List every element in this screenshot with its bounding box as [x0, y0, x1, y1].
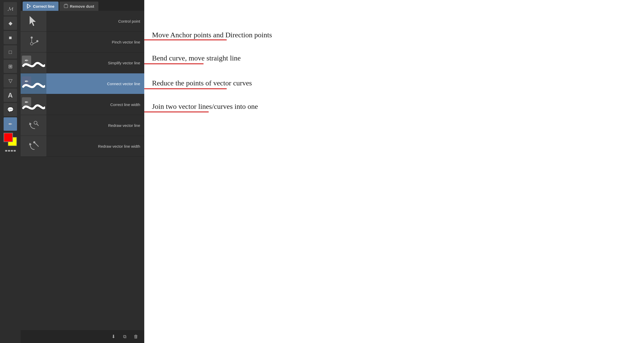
redraw-icon [27, 119, 40, 132]
butterfly-icon: 𝓜 [8, 6, 13, 12]
letter-a-icon: A [8, 91, 13, 99]
grid-icon: ⊞ [8, 63, 13, 69]
svg-marker-5 [30, 16, 36, 26]
color-swatches [4, 133, 17, 146]
tab-remove-dust-label: Remove dust [70, 4, 94, 8]
tool-label-control-point: Control point [46, 19, 144, 23]
dash-seg-4 [14, 150, 16, 152]
tool-label-connect-vector-line: Connect vector line [46, 82, 144, 86]
square-filled-tool[interactable]: ■ [4, 31, 17, 44]
tool-item-control-point[interactable]: Control point [21, 11, 144, 32]
tool-icon-area-pinch [21, 32, 46, 52]
redraw-width-icon [27, 140, 40, 153]
tab-correct-line-label: Correct line [33, 4, 54, 8]
svg-text:✒: ✒ [24, 58, 29, 63]
tool-label-redraw-vector-line: Redraw vector line [46, 123, 144, 128]
correct-line-tab-icon [27, 4, 31, 9]
triangle-tool[interactable]: ▽ [4, 74, 17, 87]
pinch-icon [27, 36, 40, 48]
connect-wave-icon: ✒ [22, 76, 45, 91]
foreground-color-swatch[interactable] [4, 133, 13, 142]
action-bar: ⬇ ⧉ 🗑 [21, 330, 144, 343]
tool-item-connect-vector-line[interactable]: ✒ Connect vector line [21, 73, 144, 94]
remove-dust-tab-icon [64, 4, 68, 9]
control-point-annotation-text: Move Anchor points and Direction points [152, 31, 272, 39]
tool-label-redraw-vector-line-width: Redraw vector line width [46, 144, 144, 148]
dash-pattern-tool[interactable] [4, 147, 17, 154]
svg-text:✒: ✒ [24, 78, 29, 84]
tool-icon-area-redraw [21, 115, 46, 136]
svg-point-10 [31, 37, 33, 39]
svg-point-22 [33, 141, 35, 143]
diamond-tool[interactable]: ◆ [4, 16, 17, 30]
vector-tool[interactable]: ✒ [4, 117, 17, 131]
speech-tool[interactable]: 💬 [4, 103, 17, 116]
speech-icon: 💬 [7, 107, 14, 113]
triangle-icon: ▽ [9, 78, 12, 84]
tool-label-correct-line-width: Correct line width [46, 102, 144, 107]
square-outline-tool[interactable]: □ [4, 45, 17, 59]
simplify-annotation-text: Reduce the points of vector curves [152, 79, 252, 87]
butterfly-tool[interactable]: 𝓜 [4, 2, 17, 15]
square-outline-icon: □ [9, 49, 12, 55]
diamond-icon: ◆ [9, 20, 12, 26]
tool-label-pinch-vector-line: Pinch vector line [46, 40, 144, 44]
duplicate-action[interactable]: ⧉ [121, 332, 129, 341]
dash-seg-1 [5, 150, 7, 152]
svg-point-9 [36, 40, 38, 42]
simplify-wave-icon: ✒ [22, 56, 45, 70]
vector-icon: ✒ [8, 121, 13, 127]
delete-action[interactable]: 🗑 [132, 332, 140, 341]
dash-seg-3 [11, 150, 13, 152]
tool-item-simplify-vector-line[interactable]: ✒ Simplify vector line [21, 52, 144, 73]
svg-point-6 [30, 42, 33, 45]
correct-width-wave-icon: ✒ [22, 97, 45, 112]
connect-annotation-text: Join two vector lines/curves into one [152, 102, 258, 111]
grid-tool[interactable]: ⊞ [4, 60, 17, 73]
svg-line-8 [33, 42, 37, 44]
svg-rect-2 [64, 5, 68, 8]
tool-item-redraw-vector-line-width[interactable]: Redraw vector line width [21, 136, 144, 157]
control-point-icon [27, 15, 40, 28]
svg-text:✒: ✒ [24, 99, 29, 105]
main-panel: Correct line Remove dust Control point [21, 0, 144, 343]
tool-label-simplify-vector-line: Simplify vector line [46, 61, 144, 65]
text-tool[interactable]: A [4, 89, 17, 102]
annotation-lines-svg [144, 0, 644, 343]
tool-preview-connect: ✒ [21, 73, 46, 94]
import-icon: ⬇ [112, 334, 115, 339]
import-action[interactable]: ⬇ [109, 332, 117, 341]
tool-item-pinch-vector-line[interactable]: Pinch vector line [21, 32, 144, 52]
svg-line-19 [37, 124, 38, 126]
tab-remove-dust[interactable]: Remove dust [60, 2, 98, 11]
tool-list: Control point Pinch vector line [21, 11, 144, 330]
tool-item-redraw-vector-line[interactable]: Redraw vector line [21, 115, 144, 136]
svg-line-21 [35, 143, 38, 146]
tool-item-correct-line-width[interactable]: ✒ Correct line width [21, 94, 144, 115]
duplicate-icon: ⧉ [123, 334, 126, 339]
tool-icon-area-control-point [21, 11, 46, 31]
trash-icon: 🗑 [134, 334, 138, 339]
tab-bar: Correct line Remove dust [21, 0, 144, 11]
annotation-area: Move Anchor points and Direction points … [144, 0, 644, 343]
square-filled-icon: ■ [9, 35, 12, 41]
tool-icon-area-redraw-width [21, 136, 46, 156]
dash-seg-2 [8, 150, 10, 152]
tool-preview-simplify: ✒ [21, 52, 46, 73]
pinch-annotation-text: Bend curve, move straight line [152, 54, 241, 62]
tab-correct-line[interactable]: Correct line [23, 2, 58, 11]
left-toolbar: 𝓜 ◆ ■ □ ⊞ ▽ A 💬 ✒ [0, 0, 21, 343]
tool-preview-correct-width: ✒ [21, 94, 46, 115]
